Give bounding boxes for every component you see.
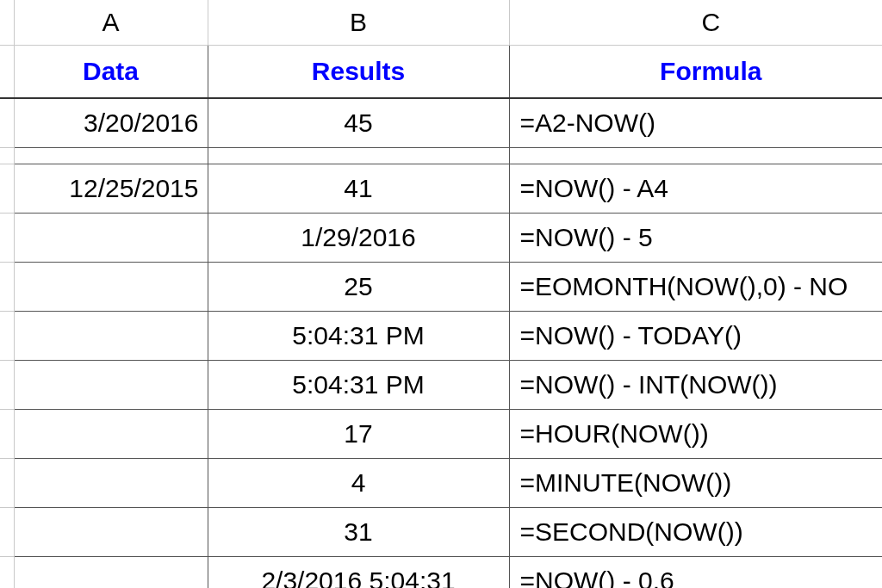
cell-A3[interactable] [14, 148, 208, 164]
cell-A8[interactable] [14, 361, 208, 410]
cell-B9[interactable]: 17 [208, 410, 509, 459]
cell-B7[interactable]: 5:04:31 PM [208, 312, 509, 361]
cell-C8[interactable]: =NOW() - INT(NOW()) [509, 361, 882, 410]
cell-B4[interactable]: 41 [208, 164, 509, 214]
column-header-row: A B C [0, 0, 882, 46]
spreadsheet-view: A B C Data Results Formula 3/20/2016 45 … [0, 0, 882, 588]
cell-B1[interactable]: Results [208, 46, 509, 99]
row-header[interactable] [0, 459, 14, 508]
select-all-corner[interactable] [0, 0, 14, 46]
cell-C10[interactable]: =MINUTE(NOW()) [509, 459, 882, 508]
cell-B3[interactable] [208, 148, 509, 164]
table-row: 2/3/2016 5:04:31 =NOW() - 0.6 [0, 557, 882, 589]
row-header[interactable] [0, 46, 14, 99]
table-row: 25 =EOMONTH(NOW(),0) - NO [0, 263, 882, 312]
table-row: 5:04:31 PM =NOW() - TODAY() [0, 312, 882, 361]
row-header[interactable] [0, 312, 14, 361]
cell-A10[interactable] [14, 459, 208, 508]
cell-A12[interactable] [14, 557, 208, 589]
cell-A7[interactable] [14, 312, 208, 361]
table-row: 31 =SECOND(NOW()) [0, 508, 882, 557]
row-header[interactable] [0, 410, 14, 459]
cell-A2[interactable]: 3/20/2016 [14, 98, 208, 148]
cell-C4[interactable]: =NOW() - A4 [509, 164, 882, 214]
cell-A6[interactable] [14, 263, 208, 312]
table-row: 1/29/2016 =NOW() - 5 [0, 214, 882, 263]
table-row: 4 =MINUTE(NOW()) [0, 459, 882, 508]
table-row: 3/20/2016 45 =A2-NOW() [0, 98, 882, 148]
table-row: 5:04:31 PM =NOW() - INT(NOW()) [0, 361, 882, 410]
row-header[interactable] [0, 557, 14, 589]
cell-B10[interactable]: 4 [208, 459, 509, 508]
cell-A11[interactable] [14, 508, 208, 557]
cell-A5[interactable] [14, 214, 208, 263]
cell-B2[interactable]: 45 [208, 98, 509, 148]
cell-C11[interactable]: =SECOND(NOW()) [509, 508, 882, 557]
table-row: Data Results Formula [0, 46, 882, 99]
cell-B11[interactable]: 31 [208, 508, 509, 557]
row-header[interactable] [0, 263, 14, 312]
cell-C5[interactable]: =NOW() - 5 [509, 214, 882, 263]
column-header-A[interactable]: A [14, 0, 208, 46]
cell-C3[interactable] [509, 148, 882, 164]
cell-C7[interactable]: =NOW() - TODAY() [509, 312, 882, 361]
row-header[interactable] [0, 214, 14, 263]
cell-C2[interactable]: =A2-NOW() [509, 98, 882, 148]
cell-A1[interactable]: Data [14, 46, 208, 99]
column-header-B[interactable]: B [208, 0, 509, 46]
table-row: 12/25/2015 41 =NOW() - A4 [0, 164, 882, 214]
cell-A9[interactable] [14, 410, 208, 459]
cell-C12[interactable]: =NOW() - 0.6 [509, 557, 882, 589]
cell-B12[interactable]: 2/3/2016 5:04:31 [208, 557, 509, 589]
column-header-C[interactable]: C [509, 0, 882, 46]
cell-A4[interactable]: 12/25/2015 [14, 164, 208, 214]
cell-C6[interactable]: =EOMONTH(NOW(),0) - NO [509, 263, 882, 312]
cell-B6[interactable]: 25 [208, 263, 509, 312]
row-header[interactable] [0, 508, 14, 557]
cell-B5[interactable]: 1/29/2016 [208, 214, 509, 263]
row-header[interactable] [0, 361, 14, 410]
grid[interactable]: A B C Data Results Formula 3/20/2016 45 … [0, 0, 882, 588]
cell-B8[interactable]: 5:04:31 PM [208, 361, 509, 410]
row-header[interactable] [0, 164, 14, 214]
row-header[interactable] [0, 148, 14, 164]
cell-C1[interactable]: Formula [509, 46, 882, 99]
table-row: 17 =HOUR(NOW()) [0, 410, 882, 459]
row-header[interactable] [0, 98, 14, 148]
cell-C9[interactable]: =HOUR(NOW()) [509, 410, 882, 459]
table-row [0, 148, 882, 164]
